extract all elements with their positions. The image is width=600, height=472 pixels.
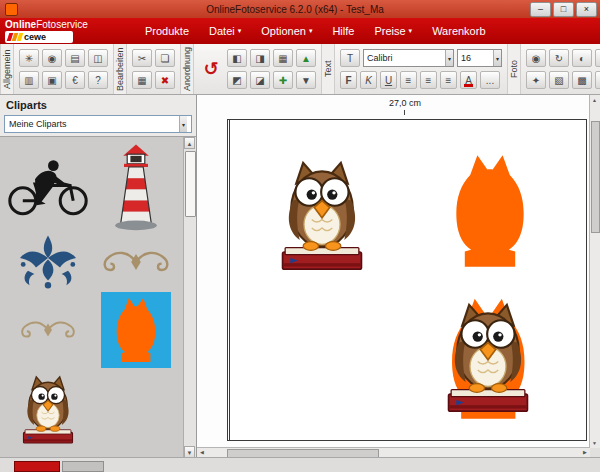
print-icon[interactable]: ▤ <box>65 49 85 67</box>
cewe-flag-icon <box>8 33 22 41</box>
cut-icon[interactable]: ✂ <box>132 49 152 67</box>
bottom-bar <box>0 457 600 472</box>
minimize-button[interactable]: – <box>530 2 551 17</box>
chevron-down-icon[interactable]: ▾ <box>179 116 187 132</box>
preview-icon[interactable]: ◫ <box>88 49 108 67</box>
photo-more-button-2[interactable]: ... <box>595 71 600 89</box>
sidebar-scrollbar[interactable]: ▲ ▼ <box>183 137 196 458</box>
underline-button[interactable]: U <box>380 71 397 89</box>
toolbar-section-bearbeiten: Bearbeiten <box>113 44 127 94</box>
undo-icon[interactable]: ↺ <box>199 51 223 87</box>
window-title: OnlineFotoservice 6.2.0 (x64) - Test_Ma <box>60 4 530 15</box>
clipart-owl-books[interactable] <box>16 372 80 448</box>
clipart-category-select[interactable]: Meine Cliparts▾ <box>4 115 192 133</box>
font-family-select[interactable]: Calibri▾ <box>363 49 454 67</box>
gear-icon[interactable]: ✳ <box>19 49 39 67</box>
photo-icon[interactable]: ◉ <box>526 49 546 67</box>
align-left-object-icon[interactable]: ◩ <box>227 71 247 89</box>
textbox-icon[interactable]: T <box>340 49 360 67</box>
close-button[interactable]: × <box>576 2 597 17</box>
canvas-area: 27,0 cm ▲ ▼ ◀ ▶ <box>197 95 600 458</box>
chevron-down-icon: ▾ <box>309 27 313 35</box>
align-center-icon[interactable]: ≡ <box>420 71 437 89</box>
main-menu: Produkte Datei▾ Optionen▾ Hilfe Preise▾ … <box>145 18 486 44</box>
align-right-object-icon[interactable]: ◪ <box>250 71 270 89</box>
text-more-button[interactable]: ... <box>480 71 500 89</box>
toolbar-section-allgemein: Allgemein <box>0 44 14 94</box>
scroll-down-icon[interactable]: ▼ <box>590 438 599 448</box>
scrollbar-thumb[interactable] <box>185 151 196 217</box>
send-to-back-icon[interactable]: ▼ <box>296 71 316 89</box>
chevron-down-icon: ▾ <box>409 27 413 35</box>
open-icon[interactable]: ▥ <box>19 71 39 89</box>
cewe-logo: cewe <box>5 31 73 43</box>
align-bottom-icon[interactable]: ◨ <box>250 49 270 67</box>
menu-datei[interactable]: Datei▾ <box>209 25 241 37</box>
app-icon <box>5 3 18 16</box>
ruler-width-label: 27,0 cm <box>227 98 583 108</box>
chevron-down-icon: ▾ <box>238 27 242 35</box>
scroll-up-icon[interactable]: ▲ <box>184 137 195 149</box>
brand-online: Online <box>5 19 36 30</box>
scroll-left-icon[interactable]: ◀ <box>197 448 207 457</box>
italic-button[interactable]: K <box>360 71 377 89</box>
clipart-lighthouse[interactable] <box>112 142 160 232</box>
font-color-icon[interactable]: A <box>460 71 477 89</box>
maximize-button[interactable]: □ <box>553 2 574 17</box>
chevron-down-icon[interactable]: ▾ <box>493 50 501 66</box>
copy-icon[interactable]: ❏ <box>155 49 175 67</box>
toolbar-section-foto: Foto <box>507 44 521 94</box>
toolbar: Allgemein ✳ ◉ ▤ ◫ ▥ ▣ € ? Bearbeiten ✂ ❏… <box>0 44 600 95</box>
menubar: OnlineFotoservice cewe Produkte Datei▾ O… <box>0 18 600 44</box>
chevron-down-icon[interactable]: ▾ <box>445 50 453 66</box>
panel-title: Cliparts <box>0 95 196 114</box>
clipart-cyclist[interactable] <box>6 155 90 219</box>
scrollbar-thumb[interactable] <box>591 121 600 233</box>
canvas-vertical-scrollbar[interactable]: ▲ ▼ <box>589 95 600 448</box>
titlebar: OnlineFotoservice 6.2.0 (x64) - Test_Ma … <box>0 0 600 18</box>
crop-icon[interactable]: ▧ <box>549 71 569 89</box>
scroll-up-icon[interactable]: ▲ <box>590 95 599 105</box>
menu-produkte[interactable]: Produkte <box>145 25 189 37</box>
flip-icon[interactable]: ◐ <box>572 49 592 67</box>
brand-logo: OnlineFotoservice cewe <box>5 19 88 43</box>
globe-icon[interactable]: ◉ <box>42 49 62 67</box>
bring-to-front-icon[interactable]: ▲ <box>296 49 316 67</box>
grid-icon[interactable]: ▦ <box>273 49 293 67</box>
add-object-icon[interactable]: ✚ <box>273 71 293 89</box>
align-left-icon[interactable]: ≡ <box>400 71 417 89</box>
menu-preise[interactable]: Preise▾ <box>374 25 412 37</box>
menu-warenkorb[interactable]: Warenkorb <box>432 25 485 37</box>
menu-hilfe[interactable]: Hilfe <box>332 25 354 37</box>
align-top-icon[interactable]: ◧ <box>227 49 247 67</box>
page-tab-active[interactable] <box>14 461 60 472</box>
clipart-list: ▲ ▼ <box>0 136 196 458</box>
frame-icon[interactable]: ▩ <box>572 71 592 89</box>
toolbar-section-anordnung: Anordnung <box>180 44 194 94</box>
clipart-flourish-gold-2[interactable] <box>15 316 81 344</box>
help-icon[interactable]: ? <box>88 71 108 89</box>
album-page[interactable] <box>227 119 587 441</box>
rotate-icon[interactable]: ↻ <box>549 49 569 67</box>
align-right-icon[interactable]: ≡ <box>440 71 457 89</box>
bold-button[interactable]: F <box>340 71 357 89</box>
placed-owl-clipart[interactable] <box>270 156 374 276</box>
placed-owl-with-orange-outline[interactable] <box>436 298 540 418</box>
page-tab[interactable] <box>62 461 104 472</box>
enhance-icon[interactable]: ✦ <box>526 71 546 89</box>
price-calculator-icon[interactable]: € <box>65 71 85 89</box>
paste-icon[interactable]: ▦ <box>132 71 152 89</box>
clipart-flourish-gold[interactable] <box>96 245 176 279</box>
menu-optionen[interactable]: Optionen▾ <box>261 25 312 37</box>
font-size-select[interactable]: 16▾ <box>457 49 502 67</box>
cliparts-panel: Cliparts Meine Cliparts▾ ▲ ▼ <box>0 95 197 458</box>
photo-more-button[interactable]: ... <box>595 49 600 67</box>
save-icon[interactable]: ▣ <box>42 71 62 89</box>
clipart-damask-blue[interactable] <box>11 234 85 290</box>
cewe-wordmark: cewe <box>24 32 46 42</box>
scroll-right-icon[interactable]: ▶ <box>580 448 590 457</box>
delete-icon[interactable]: ✖ <box>155 71 175 89</box>
clipart-owl-silhouette-selected[interactable] <box>101 292 171 368</box>
placed-owl-silhouette-orange[interactable] <box>434 148 546 274</box>
ruler-tick <box>404 110 405 115</box>
